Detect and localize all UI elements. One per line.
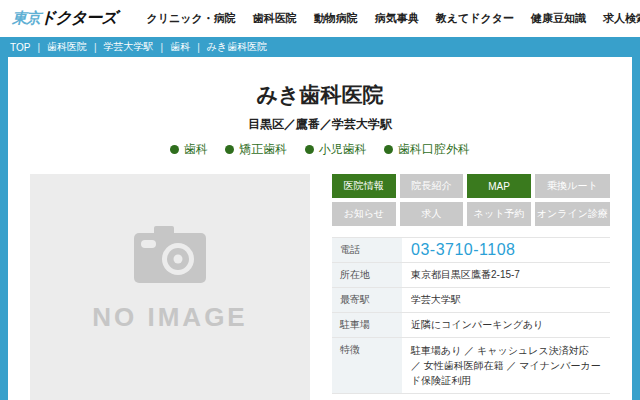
breadcrumb-separator: | — [197, 42, 200, 53]
table-row-phone: 電話 03-3710-1108 — [332, 238, 610, 263]
breadcrumb-department[interactable]: 歯科 — [170, 40, 190, 54]
table-row-parking: 駐車場 近隣にコインパーキングあり — [332, 313, 610, 338]
department-tag-list: 歯科 矯正歯科 小児歯科 歯科口腔外科 — [8, 141, 632, 158]
no-image-label: NO IMAGE — [92, 302, 247, 333]
clinic-tab-buttons: 医院情報 院長紹介 MAP 乗換ルート お知らせ 求人 ネット予約 オンライン診… — [332, 174, 610, 226]
nav-item-dental-clinic[interactable]: 歯科医院 — [253, 11, 297, 26]
bullet-dot-icon — [170, 145, 179, 154]
main-content: みき歯科医院 目黒区／鷹番／学芸大学駅 歯科 矯正歯科 小児歯科 歯科口腔外科 … — [8, 57, 632, 400]
nav-item-animal-hospital[interactable]: 動物病院 — [314, 11, 358, 26]
table-row-address: 所在地 東京都目黒区鷹番2-15-7 — [332, 263, 610, 288]
breadcrumb-separator: | — [161, 42, 164, 53]
site-logo[interactable]: 東京ドクターズ — [12, 8, 117, 29]
nav-item-ask-doctor[interactable]: 教えてドクター — [436, 11, 514, 26]
bullet-dot-icon — [225, 145, 234, 154]
tab-clinic-info[interactable]: 医院情報 — [332, 174, 396, 198]
nav-item-job-search[interactable]: 求人検索 — [603, 11, 640, 26]
department-tag: 歯科口腔外科 — [384, 142, 470, 156]
tab-director-intro[interactable]: 院長紹介 — [400, 174, 464, 198]
row-label: 駐車場 — [332, 313, 402, 338]
parking-value: 近隣にコインパーキングあり — [402, 313, 610, 338]
clinic-area-text: 目黒区／鷹番／学芸大学駅 — [8, 116, 632, 133]
bullet-dot-icon — [384, 145, 393, 154]
logo-text-doctors: ドクターズ — [40, 8, 117, 29]
breadcrumb-station[interactable]: 学芸大学駅 — [104, 40, 154, 54]
station-value: 学芸大学駅 — [402, 288, 610, 313]
nav-item-clinic-hospital[interactable]: クリニック・病院 — [147, 11, 236, 26]
row-label: 所在地 — [332, 263, 402, 288]
row-label: 最寄駅 — [332, 288, 402, 313]
row-label: 電話 — [332, 238, 402, 263]
address-value: 東京都目黒区鷹番2-15-7 — [402, 263, 610, 288]
tab-online-booking[interactable]: ネット予約 — [467, 202, 531, 226]
breadcrumb: TOP | 歯科医院 | 学芸大学駅 | 歯科 | みき歯科医院 — [0, 37, 640, 57]
department-tag: 矯正歯科 — [225, 142, 287, 156]
page-frame: みき歯科医院 目黒区／鷹番／学芸大学駅 歯科 矯正歯科 小児歯科 歯科口腔外科 … — [0, 57, 640, 400]
department-tag: 歯科 — [170, 142, 208, 156]
breadcrumb-separator: | — [37, 42, 40, 53]
department-label: 歯科口腔外科 — [398, 142, 470, 156]
tab-online-consult[interactable]: オンライン診療 — [535, 202, 610, 226]
tab-jobs[interactable]: 求人 — [400, 202, 464, 226]
tab-news[interactable]: お知らせ — [332, 202, 396, 226]
nav-item-health-tips[interactable]: 健康豆知識 — [531, 11, 586, 26]
tab-map[interactable]: MAP — [467, 174, 531, 198]
features-value: 駐車場あり ／ キャッシュレス決済対応 ／ 女性歯科医師在籍 ／ マイナンバーカ… — [402, 338, 610, 394]
phone-number-link[interactable]: 03-3710-1108 — [402, 238, 610, 263]
nav-item-disease-dictionary[interactable]: 病気事典 — [375, 11, 419, 26]
breadcrumb-top[interactable]: TOP — [10, 42, 30, 53]
clinic-info-table: 電話 03-3710-1108 所在地 東京都目黒区鷹番2-15-7 最寄駅 学… — [332, 237, 610, 394]
clinic-photo-placeholder: NO IMAGE — [30, 174, 310, 400]
site-header: 東京ドクターズ クリニック・病院 歯科医院 動物病院 病気事典 教えてドクター … — [0, 0, 640, 37]
camera-icon — [128, 226, 212, 288]
row-label: 特徴 — [332, 338, 402, 394]
department-tag: 小児歯科 — [305, 142, 367, 156]
logo-text-tokyo: 東京 — [12, 9, 40, 28]
tab-transit-route[interactable]: 乗換ルート — [535, 174, 610, 198]
table-row-station: 最寄駅 学芸大学駅 — [332, 288, 610, 313]
clinic-name-heading: みき歯科医院 — [8, 81, 632, 109]
department-label: 矯正歯科 — [239, 142, 287, 156]
table-row-features: 特徴 駐車場あり ／ キャッシュレス決済対応 ／ 女性歯科医師在籍 ／ マイナン… — [332, 338, 610, 394]
department-label: 小児歯科 — [319, 142, 367, 156]
clinic-detail-panel: 医院情報 院長紹介 MAP 乗換ルート お知らせ 求人 ネット予約 オンライン診… — [332, 174, 610, 400]
breadcrumb-current-clinic[interactable]: みき歯科医院 — [207, 40, 267, 54]
department-label: 歯科 — [184, 142, 208, 156]
main-nav: クリニック・病院 歯科医院 動物病院 病気事典 教えてドクター 健康豆知識 求人… — [147, 11, 640, 26]
breadcrumb-dental-clinic[interactable]: 歯科医院 — [47, 40, 87, 54]
bullet-dot-icon — [305, 145, 314, 154]
breadcrumb-separator: | — [94, 42, 97, 53]
